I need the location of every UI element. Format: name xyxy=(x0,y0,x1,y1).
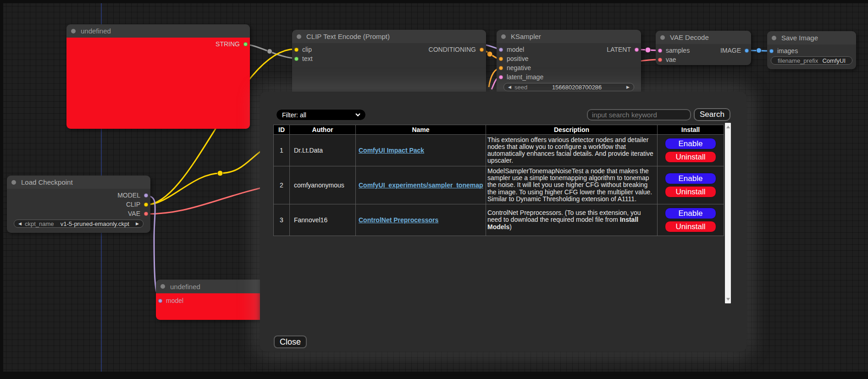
close-button[interactable]: Close xyxy=(274,335,307,348)
slot-label: CONDITIONING xyxy=(429,46,476,53)
image-port-icon xyxy=(769,49,774,53)
uninstall-button[interactable]: Uninstall xyxy=(665,221,716,232)
reroute-dot-gray[interactable] xyxy=(267,49,272,54)
enable-button[interactable]: Enable xyxy=(665,138,716,149)
cell-id: 2 xyxy=(274,166,290,204)
model-port-icon xyxy=(158,299,162,303)
input-slot-images[interactable]: images xyxy=(767,46,798,55)
uninstall-button[interactable]: Uninstall xyxy=(665,186,716,198)
comfyui-canvas[interactable]: undefined STRING CLIP Text Encode (Promp… xyxy=(0,0,868,379)
reroute-dot-orange[interactable] xyxy=(487,51,492,57)
collapse-dot-icon[interactable] xyxy=(660,35,665,40)
text-port-icon xyxy=(294,57,299,61)
collapse-dot-icon[interactable] xyxy=(772,36,776,40)
cell-author: Fannovel16 xyxy=(290,204,356,236)
reroute-dot-pink[interactable] xyxy=(645,47,651,53)
node-save-image[interactable]: Save Image images filename_prefix ComfyU… xyxy=(767,31,856,69)
input-slot-negative[interactable]: negative xyxy=(497,63,531,72)
conditioning-port-icon xyxy=(499,66,503,70)
cell-id: 3 xyxy=(274,204,290,236)
cell-id: 1 xyxy=(274,135,290,166)
output-slot-latent[interactable]: LATENT xyxy=(607,45,641,54)
slot-label: LATENT xyxy=(607,46,631,53)
reroute-dot-yellow[interactable] xyxy=(217,170,223,176)
node-header: Save Image xyxy=(767,31,856,44)
table-row: 3Fannovel16ControlNet PreprocessorsContr… xyxy=(274,204,724,236)
widget-value: v1-5-pruned-emaonly.ckpt xyxy=(54,220,136,227)
enable-button[interactable]: Enable xyxy=(665,208,716,219)
node-header: Load Checkpoint xyxy=(7,176,150,189)
slot-label: STRING xyxy=(216,40,240,48)
search-button[interactable]: Search xyxy=(694,108,730,121)
output-slot-string[interactable]: STRING xyxy=(216,39,250,49)
collapse-dot-icon[interactable] xyxy=(71,29,76,33)
collapse-dot-icon[interactable] xyxy=(297,34,301,39)
input-slot-positive[interactable]: positive xyxy=(497,54,528,63)
search-input[interactable] xyxy=(587,109,691,121)
input-slot-model[interactable]: model xyxy=(156,296,183,305)
node-undefined-bottom[interactable]: undefined model xyxy=(156,280,275,320)
seed-widget[interactable]: ◀ seed 156680208700286 ▶ xyxy=(503,83,634,91)
scroll-up-icon[interactable] xyxy=(726,126,730,128)
node-body: samples IMAGE vae xyxy=(656,44,751,65)
widget-value: 156680208700286 xyxy=(527,84,626,91)
uninstall-button[interactable]: Uninstall xyxy=(665,151,716,163)
input-slot-samples[interactable]: samples xyxy=(656,46,690,55)
collapse-dot-icon[interactable] xyxy=(501,34,506,39)
increment-arrow-icon[interactable]: ▶ xyxy=(626,85,630,89)
extension-link[interactable]: ComfyUI Impact Pack xyxy=(359,147,424,154)
reroute-dot-blue[interactable] xyxy=(757,48,762,53)
description-text: This extension offers various detector n… xyxy=(487,136,653,165)
clip-port-icon xyxy=(144,203,148,207)
node-load-checkpoint[interactable]: Load Checkpoint MODEL CLIP VAE ◀ ckpt_na… xyxy=(7,176,150,233)
node-body: MODEL CLIP VAE ◀ ckpt_name v1-5-pruned-e… xyxy=(7,189,150,233)
filename-prefix-widget[interactable]: filename_prefix ComfyUI xyxy=(771,56,852,65)
input-slot-vae[interactable]: vae xyxy=(656,55,676,64)
slot-label: VAE xyxy=(128,210,140,217)
clip-port-icon xyxy=(294,48,299,52)
output-slot-conditioning[interactable]: CONDITIONING xyxy=(429,45,486,54)
node-body: images filename_prefix ComfyUI xyxy=(767,44,856,69)
node-body: STRING xyxy=(66,38,250,129)
latent-port-icon xyxy=(658,49,662,53)
description-text: ModelSamplerTonemapNoiseTest a node that… xyxy=(487,167,652,203)
ckpt-name-widget[interactable]: ◀ ckpt_name v1-5-pruned-emaonly.ckpt ▶ xyxy=(14,220,144,228)
table-scrollbar[interactable] xyxy=(725,123,731,303)
input-slot-model[interactable]: model xyxy=(497,45,524,54)
cell-install: EnableUninstall xyxy=(658,166,724,204)
decrement-arrow-icon[interactable]: ◀ xyxy=(508,85,511,89)
filter-select-value: Filter: all xyxy=(282,111,306,119)
table-header-row: IDAuthorNameDescriptionInstall xyxy=(274,125,724,135)
column-header-name: Name xyxy=(356,125,486,135)
input-slot-latent-image[interactable]: latent_image xyxy=(497,72,543,82)
collapse-dot-icon[interactable] xyxy=(160,284,165,289)
node-title: undefined xyxy=(81,27,111,35)
node-undefined-top[interactable]: undefined STRING xyxy=(66,24,250,129)
decrement-arrow-icon[interactable]: ◀ xyxy=(18,222,22,226)
node-title: KSampler xyxy=(511,33,541,40)
input-slot-clip[interactable]: clip xyxy=(292,45,312,54)
cell-description: This extension offers various detector n… xyxy=(486,135,658,166)
enable-button[interactable]: Enable xyxy=(665,173,716,184)
widget-label: seed xyxy=(514,84,527,91)
output-slot-vae[interactable]: VAE xyxy=(128,209,150,218)
extension-link[interactable]: ControlNet Preprocessors xyxy=(359,216,438,224)
collapse-dot-icon[interactable] xyxy=(11,180,16,185)
extension-link[interactable]: ComfyUI_experiments/sampler_tonemap xyxy=(359,181,483,189)
filter-select[interactable]: Filter: all xyxy=(276,109,366,121)
slot-label: model xyxy=(507,46,524,53)
output-slot-image[interactable]: IMAGE xyxy=(720,46,751,55)
scroll-down-icon[interactable] xyxy=(726,298,730,301)
output-slot-clip[interactable]: CLIP xyxy=(126,200,150,209)
slot-label: positive xyxy=(507,55,528,62)
node-vae-decode[interactable]: VAE Decode samples IMAGE vae xyxy=(656,31,751,65)
slot-label: vae xyxy=(666,56,676,63)
output-slot-model[interactable]: MODEL xyxy=(117,191,150,200)
slot-label: images xyxy=(777,47,798,55)
input-slot-text[interactable]: text xyxy=(292,54,313,63)
cell-name: ControlNet Preprocessors xyxy=(356,204,486,236)
increment-arrow-icon[interactable]: ▶ xyxy=(136,222,139,226)
slot-label: model xyxy=(166,297,183,304)
node-title: VAE Decode xyxy=(670,33,709,41)
node-header: KSampler xyxy=(497,30,641,43)
